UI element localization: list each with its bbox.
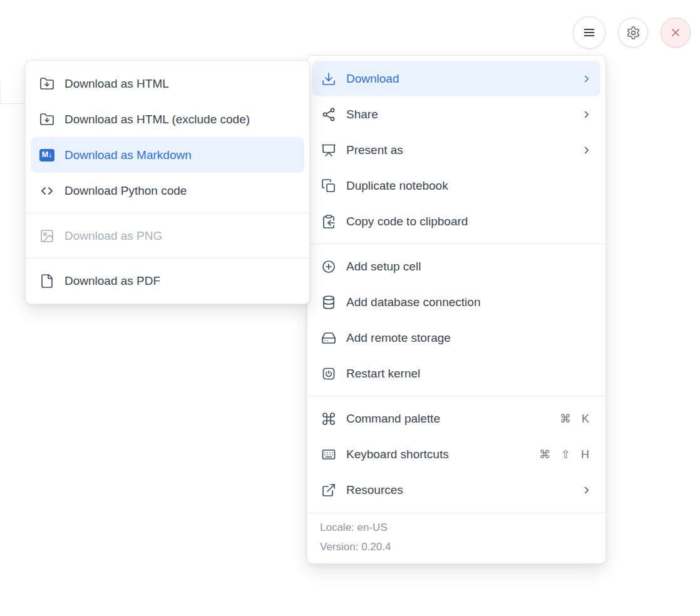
chevron-right-icon [580,484,593,496]
gear-icon [626,26,641,40]
notebook-actions-menu: Download Share Present as Duplicate note… [307,55,606,564]
menu-item-add-setup-cell[interactable]: Add setup cell [312,249,600,284]
menu-separator [26,213,309,213]
file-icon [39,274,54,289]
menu-item-download[interactable]: Download [312,61,600,96]
markdown-badge: M↓ [39,149,54,162]
menu-item-label: Download as Markdown [64,148,297,162]
settings-button[interactable] [618,18,648,48]
menu-separator [26,258,309,259]
background-edge-fragment [0,81,1,104]
menu-item-share[interactable]: Share [312,96,600,132]
menu-item-label: Present as [346,143,570,157]
plus-circle-icon [321,259,336,274]
markdown-icon: M↓ [39,148,54,163]
menu-item-label: Command palette [346,412,550,426]
submenu-item-download-pdf[interactable]: Download as PDF [31,263,304,299]
menu-item-label: Copy code to clipboard [346,215,593,228]
menu-item-label: Restart kernel [346,367,593,381]
hamburger-icon [582,25,597,40]
submenu-item-download-markdown[interactable]: M↓ Download as Markdown [31,137,304,173]
chevron-right-icon [580,108,593,121]
clipboard-copy-icon [321,214,336,229]
menu-item-label: Keyboard shortcuts [346,448,529,461]
menu-item-keyboard-shortcuts[interactable]: Keyboard shortcuts ⌘ ⇧ H [312,436,600,472]
menu-item-label: Add setup cell [346,260,593,274]
submenu-item-download-html[interactable]: Download as HTML [31,66,304,101]
submenu-item-download-python-code[interactable]: Download Python code [31,173,304,208]
menu-separator [307,396,605,396]
menu-item-label: Duplicate notebook [346,179,593,193]
menu-item-copy-code[interactable]: Copy code to clipboard [312,203,600,239]
shortcut-hint: ⌘ K [560,412,593,426]
close-icon [669,26,682,39]
external-link-icon [321,483,336,498]
chevron-right-icon [580,73,593,85]
notebook-menu-button[interactable] [573,16,605,49]
version-text: Version: 0.20.4 [320,541,593,553]
menu-item-duplicate-notebook[interactable]: Duplicate notebook [312,168,600,203]
background-edge-fragment [0,103,25,104]
close-button[interactable] [661,18,691,48]
menu-item-label: Download as PNG [64,229,297,243]
menu-item-label: Add database connection [346,295,593,309]
power-icon [321,366,336,381]
menu-item-add-remote-storage[interactable]: Add remote storage [312,320,600,356]
menu-footer: Locale: en-US Version: 0.20.4 [307,512,605,558]
share-icon [321,107,336,122]
keyboard-icon [321,447,336,462]
submenu-item-download-png[interactable]: Download as PNG [31,218,304,254]
menu-item-present-as[interactable]: Present as [312,132,600,168]
hard-drive-icon [321,331,336,346]
menu-item-label: Download as HTML (exclude code) [64,113,297,126]
folder-download-icon [39,112,54,127]
menu-item-label: Resources [346,483,570,497]
menu-item-label: Share [346,108,570,121]
menu-separator [307,244,605,244]
menu-item-label: Add remote storage [346,331,593,345]
presentation-icon [321,143,336,158]
database-icon [321,295,336,310]
command-icon [321,411,336,426]
menu-item-resources[interactable]: Resources [312,472,600,508]
locale-text: Locale: en-US [320,521,593,534]
menu-item-label: Download as PDF [64,274,297,288]
duplicate-icon [321,178,336,193]
code-icon [39,183,54,198]
download-submenu: Download as HTML Download as HTML (exclu… [25,60,310,304]
chevron-right-icon [580,144,593,157]
menu-item-restart-kernel[interactable]: Restart kernel [312,356,600,391]
submenu-item-download-html-exclude-code[interactable]: Download as HTML (exclude code) [31,101,304,137]
menu-item-add-database-connection[interactable]: Add database connection [312,284,600,320]
menu-item-label: Download [346,72,570,86]
download-icon [321,71,336,86]
menu-item-label: Download as HTML [64,77,297,91]
menu-item-label: Download Python code [64,184,297,198]
shortcut-hint: ⌘ ⇧ H [539,448,593,461]
folder-download-icon [39,76,54,91]
menu-item-command-palette[interactable]: Command palette ⌘ K [312,401,600,436]
image-icon [39,228,54,244]
